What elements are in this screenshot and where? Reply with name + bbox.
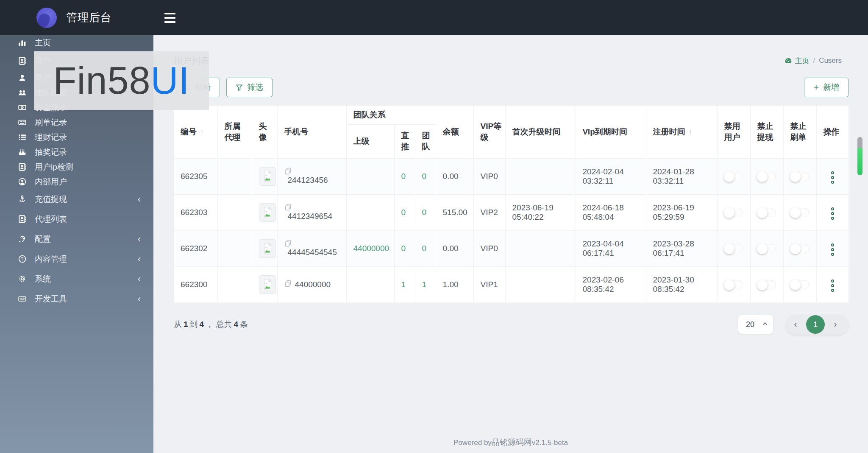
pager: ‹ 1 › <box>786 315 849 335</box>
ban-withdraw-toggle[interactable] <box>757 208 776 217</box>
direct-count-link[interactable]: 0 <box>401 172 406 181</box>
sidebar-item-order-records[interactable]: 刷单记录 <box>0 115 153 130</box>
cell-action <box>816 194 849 230</box>
cell-direct: 1 <box>394 266 415 302</box>
sidebar-item-config[interactable]: 配置‹ <box>0 229 153 249</box>
cell-team: 0 <box>415 158 436 194</box>
prev-page-button[interactable]: ‹ <box>788 320 803 329</box>
cell-agent <box>217 158 252 194</box>
page-size-select[interactable]: 20 ^ <box>738 315 773 334</box>
sidebar-item-recharge-withdraw[interactable]: 充值提现‹ <box>0 189 153 209</box>
table-row: 66230044000000111.00VIP12023-02-06 08:35… <box>174 266 849 302</box>
filter-button[interactable]: 筛选 <box>226 78 273 97</box>
cell-first-upgrade <box>505 266 576 302</box>
row-actions-menu[interactable] <box>829 170 836 185</box>
sidebar-item-system[interactable]: 系统‹ <box>0 269 153 289</box>
ban-user-toggle[interactable] <box>724 280 743 289</box>
row-actions-menu[interactable] <box>829 278 836 294</box>
row-actions-menu[interactable] <box>829 242 836 257</box>
ban-order-toggle[interactable] <box>790 280 809 289</box>
cell-phone: 244123456 <box>277 158 346 194</box>
cell-ban-order <box>783 230 816 266</box>
sidebar-item-lottery-records[interactable]: 抽奖记录 <box>0 145 153 159</box>
sidebar-item-finance-records[interactable]: 理财记录 <box>0 130 153 145</box>
sidebar-toggle-button[interactable] <box>164 13 177 23</box>
cell-parent <box>346 194 394 230</box>
chevron-left-icon: ‹ <box>138 235 141 244</box>
cell-agent <box>217 266 252 302</box>
gear-icon <box>17 275 27 283</box>
team-count-link[interactable]: 1 <box>422 280 427 289</box>
ban-user-toggle[interactable] <box>724 172 743 181</box>
sidebar-item-user-ip-check[interactable]: 用户ip检测 <box>0 159 153 174</box>
cell-first-upgrade <box>505 230 576 266</box>
ban-order-toggle[interactable] <box>790 244 809 253</box>
ban-order-toggle[interactable] <box>790 208 809 217</box>
copy-icon[interactable] <box>284 204 343 211</box>
chevron-left-icon: ‹ <box>138 274 141 284</box>
cell-ban-order <box>783 194 816 230</box>
cell-action <box>816 266 849 302</box>
avatar[interactable] <box>259 239 276 258</box>
sidebar-item-home[interactable]: 主页 <box>0 35 153 50</box>
copy-icon[interactable] <box>284 168 343 175</box>
team-count-link[interactable]: 0 <box>422 208 427 217</box>
col-header-id[interactable]: 编号↑ <box>174 106 217 158</box>
copy-icon[interactable] <box>284 240 343 247</box>
question-circle-icon: ? <box>17 255 27 263</box>
app-logo <box>36 8 57 28</box>
sidebar-item-label: 内部用户 <box>35 176 67 187</box>
sidebar-item-internal-users[interactable]: 内部用户 <box>0 174 153 189</box>
breadcrumb-home-link[interactable]: 主页 <box>785 56 809 66</box>
current-page-button[interactable]: 1 <box>806 315 825 334</box>
parent-link[interactable]: 44000000 <box>353 244 389 253</box>
team-count-link[interactable]: 0 <box>422 172 427 181</box>
direct-count-link[interactable]: 0 <box>401 244 406 253</box>
avatar[interactable] <box>259 203 276 222</box>
sort-asc-icon[interactable]: ↑ <box>200 128 204 136</box>
ban-withdraw-toggle[interactable] <box>757 244 776 253</box>
col-header-first-upgrade: 首次升级时间 <box>505 106 576 158</box>
sort-asc-icon[interactable]: ↑ <box>689 128 693 136</box>
scrollbar-thumb[interactable] <box>857 137 862 175</box>
col-header-team: 团队 <box>415 124 436 158</box>
avatar[interactable] <box>259 275 276 294</box>
col-header-register[interactable]: 注册时间↑ <box>646 106 717 158</box>
next-page-button[interactable]: › <box>828 320 843 329</box>
footer: Powered by品铭源码网v2.1.5-beta <box>153 437 868 448</box>
ban-withdraw-toggle[interactable] <box>757 280 776 289</box>
direct-count-link[interactable]: 0 <box>401 208 406 217</box>
cell-parent <box>346 266 394 302</box>
copy-icon[interactable] <box>284 280 292 287</box>
cell-id: 662302 <box>174 230 217 266</box>
user-circle-icon <box>17 178 27 186</box>
ban-order-toggle[interactable] <box>790 172 809 181</box>
ban-withdraw-toggle[interactable] <box>757 172 776 181</box>
sidebar-item-content-mgmt[interactable]: ?内容管理‹ <box>0 249 153 269</box>
row-actions-menu[interactable] <box>829 206 836 221</box>
ban-user-toggle[interactable] <box>724 208 743 217</box>
col-header-avatar: 头像 <box>252 106 277 158</box>
anchor-icon <box>17 195 27 204</box>
watermark-overlay: Fin58UI <box>34 51 209 110</box>
cell-avatar <box>252 194 277 230</box>
sidebar-item-agent-list[interactable]: 代理列表 <box>0 209 153 229</box>
direct-count-link[interactable]: 1 <box>401 280 406 289</box>
funnel-icon <box>236 84 243 91</box>
avatar[interactable] <box>259 167 276 186</box>
ban-user-toggle[interactable] <box>724 244 743 253</box>
address-book-icon <box>17 163 27 171</box>
cell-ban-user <box>717 230 750 266</box>
sidebar-item-label: 理财记录 <box>35 132 67 143</box>
cell-avatar <box>252 230 277 266</box>
sidebar-item-dev-tools[interactable]: 开发工具‹ <box>0 289 153 309</box>
cell-team: 0 <box>415 194 436 230</box>
cell-direct: 0 <box>394 194 415 230</box>
cell-ban-order <box>783 266 816 302</box>
sidebar-item-label: 配置 <box>35 234 51 245</box>
cell-id: 662303 <box>174 194 217 230</box>
chevron-left-icon: ‹ <box>138 195 141 204</box>
team-count-link[interactable]: 0 <box>422 244 427 253</box>
add-button[interactable]: + 新增 <box>804 78 849 97</box>
keyboard-icon <box>17 118 27 127</box>
